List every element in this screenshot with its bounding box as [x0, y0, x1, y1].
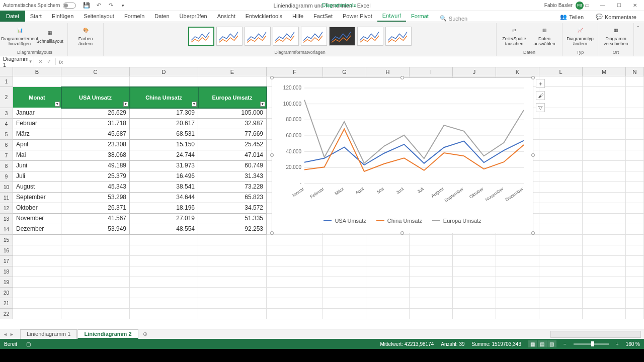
row-header-10[interactable]: 10: [0, 182, 13, 193]
select-data-button[interactable]: ▥Daten auswählen: [530, 25, 559, 48]
cell-B18[interactable]: [13, 266, 61, 277]
cell-B22[interactable]: [13, 309, 61, 319]
change-chart-type-button[interactable]: 📈Diagrammtyp ändern: [566, 25, 595, 48]
col-header-M[interactable]: M: [583, 67, 626, 76]
row-header-18[interactable]: 18: [0, 266, 13, 277]
cell-E20[interactable]: [198, 288, 267, 298]
cell-H22[interactable]: [366, 309, 410, 319]
cell-G22[interactable]: [323, 309, 366, 319]
enter-formula-icon[interactable]: ✓: [47, 58, 51, 65]
col-header-G[interactable]: G: [323, 67, 366, 76]
cell-D8[interactable]: 31.973: [130, 161, 198, 171]
tab-formeln[interactable]: Formeln: [119, 11, 149, 22]
cell-E12[interactable]: 34.572: [198, 203, 267, 214]
cell-C22[interactable]: [61, 309, 130, 319]
cell-I20[interactable]: [410, 288, 453, 298]
cell-L8[interactable]: [539, 161, 583, 171]
cell-N7[interactable]: [626, 150, 644, 161]
cell-D22[interactable]: [130, 309, 198, 319]
tab-überprüfen[interactable]: Überprüfen: [175, 11, 212, 22]
cell-C21[interactable]: [61, 298, 130, 309]
cell-D12[interactable]: 18.196: [130, 203, 198, 214]
cell-L19[interactable]: [539, 277, 583, 288]
cell-B5[interactable]: März: [13, 129, 61, 140]
resize-handle[interactable]: [400, 231, 404, 235]
cell-F16[interactable]: [267, 245, 323, 256]
row-header-9[interactable]: 9: [0, 171, 13, 182]
cell-M8[interactable]: [583, 161, 626, 171]
cell-C2[interactable]: USA Umsatz▾: [61, 87, 130, 108]
col-header-H[interactable]: H: [366, 67, 410, 76]
cell-N14[interactable]: [626, 224, 644, 235]
cell-E4[interactable]: 32.987: [198, 119, 267, 129]
cell-B2[interactable]: Monat▾: [13, 87, 61, 108]
tab-power pivot[interactable]: Power Pivot: [338, 11, 377, 22]
row-header-2[interactable]: 2: [0, 87, 13, 108]
cell-F17[interactable]: [267, 256, 323, 266]
cell-H18[interactable]: [366, 266, 410, 277]
cell-E2[interactable]: Europa Umsatz▾: [198, 87, 267, 108]
cell-K22[interactable]: [496, 309, 539, 319]
tab-einfügen[interactable]: Einfügen: [47, 11, 78, 22]
cell-M11[interactable]: [583, 193, 626, 203]
select-all-corner[interactable]: [0, 67, 13, 76]
cell-E9[interactable]: 31.343: [198, 171, 267, 182]
cell-D4[interactable]: 20.617: [130, 119, 198, 129]
cell-D18[interactable]: [130, 266, 198, 277]
col-header-N[interactable]: N: [626, 67, 644, 76]
close-icon[interactable]: ✕: [627, 1, 643, 10]
cell-M4[interactable]: [583, 119, 626, 129]
resize-handle[interactable]: [531, 76, 535, 79]
redo-icon[interactable]: ↷: [107, 2, 114, 9]
row-header-22[interactable]: 22: [0, 309, 13, 319]
cell-E7[interactable]: 47.014: [198, 150, 267, 161]
cell-B1[interactable]: [13, 76, 61, 87]
cell-L10[interactable]: [539, 182, 583, 193]
cell-E11[interactable]: 65.823: [198, 193, 267, 203]
cell-L18[interactable]: [539, 266, 583, 277]
cell-C20[interactable]: [61, 288, 130, 298]
filter-icon[interactable]: ▾: [123, 102, 128, 107]
resize-handle[interactable]: [270, 153, 274, 157]
toggle-switch-icon[interactable]: [63, 3, 76, 9]
cell-E17[interactable]: [198, 256, 267, 266]
cell-B12[interactable]: Oktober: [13, 203, 61, 214]
cell-D2[interactable]: China Umsatz▾: [130, 87, 198, 108]
cell-D9[interactable]: 16.496: [130, 171, 198, 182]
cell-E19[interactable]: [198, 277, 267, 288]
normal-view-icon[interactable]: ▦: [528, 340, 537, 347]
row-header-8[interactable]: 8: [0, 161, 13, 171]
cell-F21[interactable]: [267, 298, 323, 309]
cell-M7[interactable]: [583, 150, 626, 161]
tab-daten[interactable]: Daten: [149, 11, 174, 22]
cell-G16[interactable]: [323, 245, 366, 256]
maximize-icon[interactable]: ☐: [611, 1, 627, 10]
filter-icon[interactable]: ▾: [260, 102, 265, 107]
chart-styles-gallery[interactable]: [188, 23, 412, 49]
cell-G20[interactable]: [323, 288, 366, 298]
cell-K15[interactable]: [496, 235, 539, 245]
zoom-level[interactable]: 160 %: [626, 341, 640, 347]
row-header-19[interactable]: 19: [0, 277, 13, 288]
sheet-nav-next-icon[interactable]: ►: [10, 332, 14, 337]
row-header-6[interactable]: 6: [0, 140, 13, 150]
cell-N9[interactable]: [626, 171, 644, 182]
cell-K17[interactable]: [496, 256, 539, 266]
page-break-view-icon[interactable]: ▧: [547, 340, 556, 347]
cell-D21[interactable]: [130, 298, 198, 309]
cell-M3[interactable]: [583, 108, 626, 119]
cell-C14[interactable]: 53.949: [61, 224, 130, 235]
cell-M2[interactable]: [583, 87, 626, 108]
tell-me-search[interactable]: 🔍 Suchen: [440, 15, 467, 22]
cell-I18[interactable]: [410, 266, 453, 277]
cell-D3[interactable]: 17.309: [130, 108, 198, 119]
cell-B15[interactable]: [13, 235, 61, 245]
cell-J16[interactable]: [453, 245, 496, 256]
cell-L13[interactable]: [539, 214, 583, 224]
chart-elements-button[interactable]: ＋: [536, 79, 545, 88]
chart-styles-button[interactable]: 🖌: [536, 91, 545, 100]
zoom-slider[interactable]: [574, 343, 609, 345]
row-header-16[interactable]: 16: [0, 245, 13, 256]
cell-M18[interactable]: [583, 266, 626, 277]
cell-M9[interactable]: [583, 171, 626, 182]
